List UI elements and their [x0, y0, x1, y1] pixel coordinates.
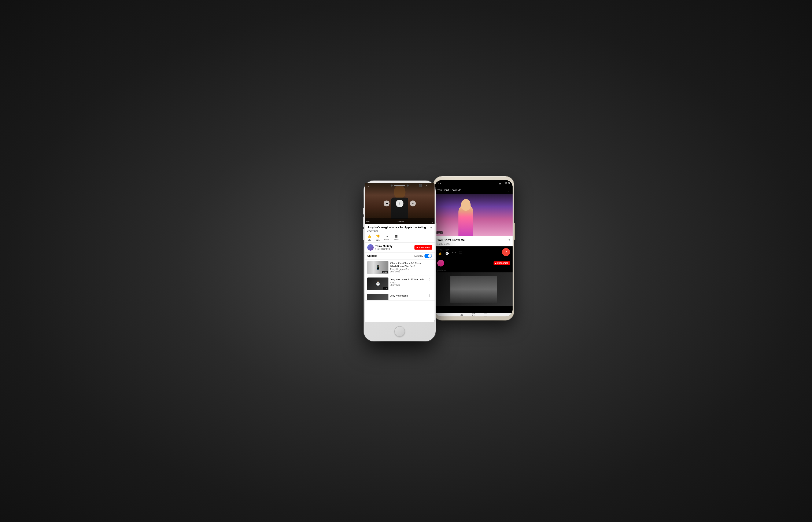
ios-play-pause-button[interactable]: ⏸: [396, 200, 404, 207]
android-status-bar: ▼▲ ▾ 12:34: [435, 180, 512, 186]
android-share-fab-button[interactable]: ↗: [502, 248, 510, 256]
android-subscribe-yt-icon: ▶: [495, 262, 496, 264]
ios-autoplay-toggle[interactable]: [424, 254, 432, 258]
android-subscribe-button[interactable]: ▶ SUBSCRIBE: [493, 261, 510, 265]
ios-home-button[interactable]: [394, 326, 405, 337]
ios-video-share-icon[interactable]: ↗: [424, 184, 427, 187]
android-power-button[interactable]: [514, 223, 515, 240]
ios-item-more-icon-1[interactable]: ⋮: [427, 261, 432, 265]
android-views-count: 1,389 views: [437, 243, 465, 245]
ios-item-info-1: iPhone X vs iPhone 8/8 Plus - Which Shou…: [390, 261, 426, 273]
ios-views-count: 201k views: [367, 230, 429, 232]
android-video-info: You Don't Know Me 1,389 views ▾: [435, 236, 512, 246]
ios-screen: ⌄ ⬛ ↗ ⋯ ⏮: [365, 183, 434, 322]
ios-phone-body: ⌄ ⬛ ↗ ⋯ ⏮: [364, 181, 435, 341]
ios-thumb-iphone-vs: 📱 10:29: [367, 261, 388, 274]
ios-fullscreen-icon[interactable]: ⛶: [431, 220, 433, 223]
ios-item-channel-1: EverythingApplePro: [390, 268, 409, 270]
ios-like-count: 3K: [368, 239, 371, 241]
ios-screen-content: ⌄ ⬛ ↗ ⋯ ⏮: [365, 183, 434, 322]
android-channel-name: Ariana Grande: [446, 262, 492, 265]
list-item[interactable]: 📱 10:29 iPhone X vs iPhone 8/8 Plus - Wh…: [365, 260, 434, 276]
ios-item-title-3: Jony Ive presents: [390, 294, 426, 297]
android-share-icon: ↗: [505, 250, 507, 254]
ios-item-title-2: Jony Ive's career in 113 seconds: [390, 278, 426, 281]
android-video-content: [435, 194, 512, 236]
android-screen: ▼▲ ▾ 12:34 You Don't Know Me ⋮: [435, 180, 512, 316]
android-forward-icon: ⬚: [459, 250, 462, 254]
list-item[interactable]: ⌚ 1:54 Jony Ive's career in 113 seconds …: [365, 276, 434, 292]
android-video-thumbnail[interactable]: 1:23: [435, 194, 512, 236]
ios-duration-badge-1: 10:29: [382, 271, 388, 273]
ios-video-cast-icon[interactable]: ⬛: [419, 184, 422, 187]
ios-volume-up-button[interactable]: [363, 217, 364, 227]
ios-channel-name: Think Multiply: [375, 245, 413, 248]
android-wifi-icon: ▾: [503, 182, 504, 184]
ios-up-next-label: Up next: [367, 255, 377, 257]
android-thumbs-up-icon: 👍: [438, 252, 442, 255]
ios-item-more-icon-3[interactable]: ⋮: [427, 294, 432, 297]
ios-like-button[interactable]: 👍 3K: [367, 234, 371, 241]
ios-power-button[interactable]: [435, 223, 437, 238]
phones-container: ▼▲ ▾ 12:34 You Don't Know Me ⋮: [311, 166, 501, 356]
android-comment-button[interactable]: 500 💬: [445, 249, 449, 255]
ios-channel-info: Think Multiply 565 subscribers: [375, 245, 413, 250]
ios-item-more-icon-2[interactable]: ⋮: [427, 278, 432, 281]
ios-mute-switch[interactable]: [363, 208, 364, 215]
android-more-options-icon[interactable]: ⋮: [507, 188, 510, 192]
signal-strength-icon: [499, 182, 501, 184]
android-channel-avatar: [437, 260, 444, 266]
ios-video-more-icon[interactable]: ⋯: [429, 184, 432, 187]
ios-volume-down-button[interactable]: [363, 229, 364, 240]
android-recents-button[interactable]: [484, 313, 487, 316]
ios-thumbs-down-icon: 👎: [376, 234, 380, 238]
ios-thumb-apple-watch: ⌚ 1:54: [367, 278, 388, 290]
ios-channel-avatar: [367, 244, 374, 250]
list-item[interactable]: Jony Ive presents ⋮: [365, 292, 434, 301]
ios-phone: ⌄ ⬛ ↗ ⋯ ⏮: [364, 181, 435, 341]
android-suggestion-thumbnail: [435, 273, 512, 306]
android-carrier-info: ▼▲: [437, 182, 441, 184]
ios-expand-button[interactable]: ▾: [430, 226, 432, 230]
ios-item-title-1: iPhone X vs iPhone 8/8 Plus - Which Shou…: [390, 262, 426, 268]
android-carrier-text: ▼▲: [437, 182, 441, 184]
ios-add-to-icon: ☰: [395, 235, 398, 238]
ios-playback-controls: ⏮ ⏸ ⏭: [384, 200, 416, 207]
android-forward-button[interactable]: ⬚: [459, 250, 462, 254]
android-time-display: 12:34: [505, 182, 510, 184]
ios-thumbs-up-icon: 👍: [367, 234, 371, 238]
ios-share-icon: ↗: [385, 235, 388, 238]
ios-subscribe-button[interactable]: ▶ SUBSCRIBE: [414, 245, 432, 249]
ios-current-time: 0:59: [366, 221, 370, 223]
ios-progress-bar[interactable]: [366, 219, 433, 219]
ios-share-label: Share: [384, 239, 389, 241]
ios-share-button[interactable]: ↗ Share: [384, 235, 389, 241]
ios-item-meta-1: EverythingApplePro 10M views: [390, 268, 426, 273]
android-nav-bar: [435, 313, 512, 316]
ios-item-meta-2: CNET 75K views: [390, 282, 426, 286]
ios-progress-fill: [366, 219, 372, 219]
android-youtube-header: You Don't Know Me ⋮: [435, 186, 512, 194]
ios-camera-area: [390, 184, 409, 186]
ios-video-player[interactable]: ⌄ ⬛ ↗ ⋯ ⏮: [365, 183, 434, 224]
ios-camera-sensor: [407, 184, 409, 186]
ios-video-chevron-down-icon[interactable]: ⌄: [367, 184, 369, 187]
ios-skip-back-icon[interactable]: ⏮: [384, 201, 389, 206]
ios-autoplay-row: Up next Autoplay: [365, 253, 434, 260]
android-expand-icon[interactable]: ▾: [509, 238, 510, 242]
ios-item-views-1: 10M views: [390, 270, 400, 273]
ios-dislike-button[interactable]: 👎 121: [376, 234, 380, 241]
ios-skip-forward-icon[interactable]: ⏭: [410, 201, 416, 206]
ios-add-to-button[interactable]: ☰ Add to: [393, 235, 399, 241]
android-suggestions-label: gestions: [435, 268, 512, 273]
ios-subscribe-label: SUBSCRIBE: [419, 246, 430, 248]
android-more-button[interactable]: •••: [452, 250, 456, 254]
android-back-button[interactable]: [460, 313, 464, 316]
ios-action-row: 👍 3K 👎 121 ↗ Share ☰ A: [365, 233, 434, 243]
android-home-button[interactable]: [472, 313, 475, 316]
android-like-button[interactable]: 12.5k 👍: [437, 249, 442, 255]
ios-add-to-label: Add to: [393, 239, 399, 241]
ios-item-channel-2: CNET: [390, 282, 396, 284]
ios-camera-lens: [390, 184, 393, 186]
ios-thumb-3: [367, 294, 388, 301]
